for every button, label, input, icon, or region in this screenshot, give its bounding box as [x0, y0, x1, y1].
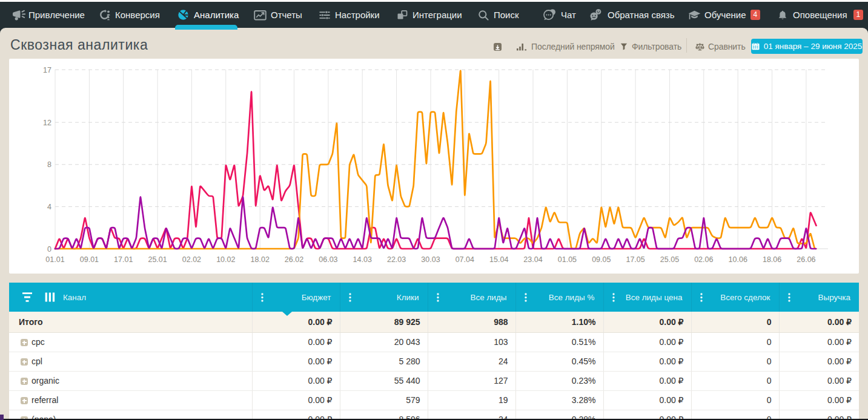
- svg-text:26.02: 26.02: [285, 255, 303, 264]
- svg-text:14.03: 14.03: [353, 255, 372, 264]
- svg-text:23.04: 23.04: [523, 255, 542, 264]
- svg-text:18.02: 18.02: [251, 255, 270, 264]
- svg-text:06.03: 06.03: [319, 255, 337, 264]
- svg-text:4: 4: [47, 203, 51, 211]
- svg-text:02.06: 02.06: [694, 255, 713, 264]
- svg-text:17.01: 17.01: [114, 255, 133, 264]
- svg-text:26.06: 26.06: [797, 255, 815, 264]
- svg-text:01.01: 01.01: [45, 255, 64, 264]
- svg-text:09.05: 09.05: [592, 255, 611, 264]
- svg-text:02.02: 02.02: [182, 255, 201, 264]
- svg-text:22.03: 22.03: [387, 255, 406, 264]
- svg-text:0: 0: [47, 245, 51, 254]
- svg-text:25.01: 25.01: [148, 255, 167, 264]
- svg-text:01.05: 01.05: [558, 255, 577, 264]
- svg-text:17.05: 17.05: [626, 255, 644, 264]
- svg-text:8: 8: [47, 160, 51, 169]
- svg-text:15.04: 15.04: [489, 255, 508, 264]
- svg-text:09.01: 09.01: [80, 255, 99, 264]
- svg-text:18.06: 18.06: [763, 255, 781, 264]
- svg-text:30.03: 30.03: [421, 255, 440, 264]
- svg-text:10.06: 10.06: [729, 255, 747, 264]
- svg-text:10.02: 10.02: [216, 255, 235, 264]
- svg-text:17: 17: [43, 66, 51, 74]
- svg-text:25.05: 25.05: [660, 255, 679, 264]
- svg-text:07.04: 07.04: [456, 255, 474, 264]
- svg-text:12: 12: [43, 119, 51, 127]
